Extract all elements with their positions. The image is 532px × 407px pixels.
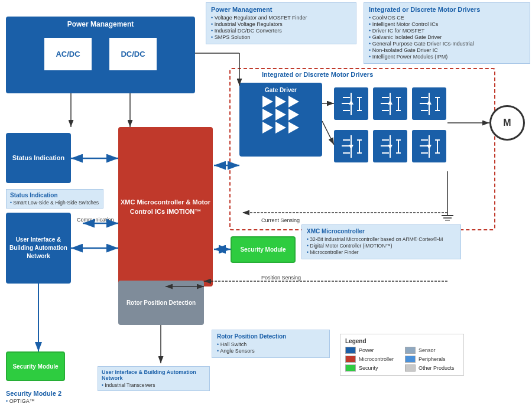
diagram-container: Power Management Voltage Regulator and M… — [0, 0, 532, 407]
mosfet-symbol-2 — [379, 92, 401, 116]
ui-item-1: Industrial Transceivers — [102, 382, 206, 388]
pm-item-2: Industrial Voltage Regulators — [211, 21, 351, 27]
mosfet-bottom-2 — [373, 130, 407, 162]
current-sensing-label: Current Sensing — [261, 217, 300, 223]
rotor-position-box: Rotor Position Detection — [118, 281, 204, 325]
imd-item-7: Intelligent Power Modules (IPM) — [369, 54, 525, 60]
security-module-2-title: Security Module 2 — [6, 390, 92, 397]
status-indication-box: Status Indication — [6, 133, 71, 183]
xmc-item-2: Digital Motor Controller (iMOTION™) — [307, 243, 456, 249]
power-management-list: Voltage Regulator and MOSFET Finder Indu… — [211, 15, 351, 40]
triangle-1 — [262, 96, 273, 108]
power-management-panel-title: Power Management — [211, 6, 351, 13]
power-management-box-title: Power Management — [7, 18, 194, 30]
mosfet-top-row — [334, 87, 446, 120]
mosfet-symbol-4 — [340, 134, 362, 159]
legend-label-sensor: Sensor — [419, 347, 436, 353]
communication-label: Communication — [77, 217, 114, 223]
sm2-item-1: OPTIGA™ — [6, 398, 92, 404]
gate-driver-box: Gate Driver — [239, 83, 322, 157]
rotor-position-panel-title: Rotor Position Detection — [217, 333, 325, 340]
si-item-1: Smart Low-Side & High-Side Switches — [10, 200, 99, 206]
motor-label: M — [503, 118, 511, 128]
user-interface-label: User Interface & Building Automation Net… — [7, 236, 70, 261]
legend-title: Legend — [345, 338, 459, 344]
legend-label-power: Power — [359, 347, 374, 353]
power-sub-boxes: AC/DC DC/DC — [7, 38, 194, 70]
svg-marker-44 — [388, 145, 392, 149]
power-management-panel: Power Management Voltage Regulator and M… — [206, 2, 356, 44]
status-indication-label: Status Indication — [12, 154, 65, 162]
mosfet-top-1 — [334, 87, 368, 120]
rotor-position-list: Hall Switch Angle Sensors — [217, 341, 325, 354]
imd-item-4: Galvanic Isolated Gate Driver — [369, 34, 525, 40]
mosfet-bottom-row — [334, 130, 446, 162]
dc-dc-label: DC/DC — [121, 50, 145, 58]
imd-item-3: Driver IC for MOSFET — [369, 28, 525, 34]
security-module-center: Security Module — [231, 236, 296, 263]
legend-grid: Power Sensor Microcontroller Peripherals… — [345, 347, 459, 372]
legend-color-security — [345, 364, 356, 372]
pm-item-1: Voltage Regulator and MOSFET Finder — [211, 15, 351, 21]
triangle-2 — [275, 96, 286, 108]
ac-dc-label: AC/DC — [56, 50, 80, 58]
triangle-3 — [288, 96, 299, 108]
mosfet-bottom-3 — [412, 130, 446, 162]
xmc-item-3: Microcontroller Finder — [307, 249, 456, 255]
xmc-item-1: 32-Bit Industrial Microcontroller based … — [307, 236, 456, 242]
xmc-microcontroller-panel: XMC Microcontroller 32-Bit Industrial Mi… — [301, 224, 461, 259]
gate-driver-symbols — [262, 96, 299, 134]
svg-marker-14 — [388, 100, 392, 105]
legend-label-other: Other Products — [419, 365, 455, 371]
triangle-6 — [288, 109, 299, 121]
motor-drivers-dashed-title: Integrated or Discrete Motor Drivers — [260, 71, 375, 78]
svg-marker-34 — [349, 145, 353, 149]
mosfet-symbol-3 — [419, 92, 440, 116]
legend-color-power — [345, 347, 356, 354]
security-module-left: Security Module — [6, 351, 65, 381]
status-indication-list: Smart Low-Side & High-Side Switches — [10, 200, 99, 206]
triangle-5 — [275, 109, 286, 121]
status-indication-panel-title: Status Indication — [10, 192, 99, 198]
motor-circle: M — [489, 105, 525, 141]
legend-item-peripherals: Peripherals — [405, 356, 459, 363]
dc-dc-box: DC/DC — [109, 38, 157, 70]
legend-item-microcontroller: Microcontroller — [345, 356, 399, 363]
ui-building-automation-title: User Interface & Building Automation Net… — [102, 369, 206, 381]
integrated-motor-drivers-title: Integrated or Discrete Motor Drivers — [369, 6, 525, 13]
user-interface-box: User Interface & Building Automation Net… — [6, 213, 71, 284]
mosfet-symbol-5 — [379, 134, 401, 159]
pm-item-4: SMPS Solution — [211, 34, 351, 40]
ui-building-list: Industrial Transceivers — [102, 382, 206, 388]
rotor-position-label: Rotor Position Detection — [126, 299, 196, 307]
imd-item-6: Non-Isolated Gate Driver IC — [369, 47, 525, 53]
legend-color-peripherals — [405, 356, 416, 363]
legend-label-microcontroller: Microcontroller — [359, 356, 394, 362]
triangle-7 — [262, 122, 273, 134]
ac-dc-box: AC/DC — [44, 38, 92, 70]
imd-item-1: CoolMOS CE — [369, 15, 525, 21]
triangle-row-1 — [262, 96, 299, 108]
triangle-8 — [275, 122, 286, 134]
rotor-position-panel: Rotor Position Detection Hall Switch Ang… — [212, 330, 330, 358]
triangle-4 — [262, 109, 273, 121]
svg-marker-54 — [427, 145, 432, 149]
integrated-motor-drivers-panel: Integrated or Discrete Motor Drivers Coo… — [364, 2, 530, 64]
rp-item-2: Angle Sensors — [217, 348, 325, 354]
security-module-2-panel: Security Module 2 OPTIGA™ — [6, 390, 92, 404]
rp-item-1: Hall Switch — [217, 341, 325, 347]
xmc-microcontroller-box: XMC Microcontroller & Motor Control ICs … — [118, 127, 213, 286]
xmc-panel-list: 32-Bit Industrial Microcontroller based … — [307, 236, 456, 255]
legend-item-sensor: Sensor — [405, 347, 459, 354]
pm-item-3: Industrial DC/DC Converters — [211, 28, 351, 34]
legend-box: Legend Power Sensor Microcontroller Peri… — [340, 334, 464, 376]
triangle-row-3 — [262, 122, 299, 134]
legend-color-sensor — [405, 347, 416, 354]
gate-driver-label: Gate Driver — [265, 87, 297, 93]
integrated-motor-drivers-list: CoolMOS CE Intelligent Motor Control ICs… — [369, 15, 525, 60]
security-module-left-label: Security Module — [12, 363, 58, 370]
mosfet-symbol-6 — [419, 134, 440, 159]
imd-item-2: Intelligent Motor Control ICs — [369, 21, 525, 27]
mosfet-top-3 — [412, 87, 446, 120]
triangle-9 — [288, 122, 299, 134]
